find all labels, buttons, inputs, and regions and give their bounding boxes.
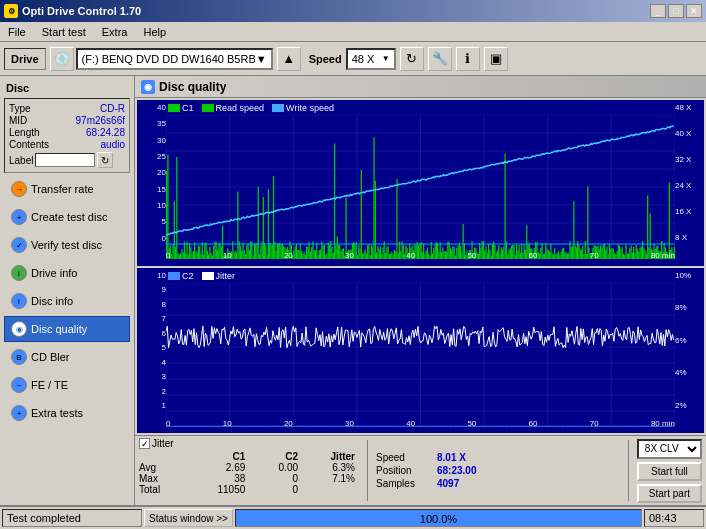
speed-select[interactable]: 8X CLV [637,439,702,459]
fe-te-icon: ~ [11,377,27,393]
c2-legend: C2 Jitter [168,271,235,281]
max-c2: 0 [255,473,308,484]
sidebar-item-disc-quality[interactable]: ◉ Disc quality [4,316,130,342]
start-full-button[interactable]: Start full [637,462,702,481]
jitter-checkbox[interactable]: ✓ [139,438,150,449]
transfer-rate-icon: → [11,181,27,197]
menu-extra[interactable]: Extra [98,25,132,39]
window-button[interactable]: ▣ [484,47,508,71]
title-bar-buttons: _ □ ✕ [650,4,702,18]
progress-text: 100.0% [236,510,641,527]
disc-quality-icon: ◉ [11,321,27,337]
sidebar-item-verify-test-disc[interactable]: ✓ Verify test disc [4,232,130,258]
minimize-button[interactable]: _ [650,4,666,18]
status-completed-text: Test completed [7,512,81,524]
avg-c2: 0.00 [255,462,308,473]
elapsed-time: 08:43 [644,509,704,527]
toolbar: Drive 💿 (F:) BENQ DVD DD DW1640 B5RB ▼ ▲… [0,42,706,76]
maximize-button[interactable]: □ [668,4,684,18]
extra-tests-icon: + [11,405,27,421]
config-button[interactable]: 🔧 [428,47,452,71]
c1-legend-write: Write speed [286,103,334,113]
menu-bar: File Start test Extra Help [0,22,706,42]
jitter-header: Jitter [308,451,359,462]
start-buttons: 8X CLV Start full Start part [637,438,702,503]
speed-stats: Speed 8.01 X Position 68:23.00 Samples 4… [376,438,620,503]
jitter-checkbox-label: Jitter [152,438,174,449]
disc-section-title: Disc [2,80,132,96]
speed-stat-value: 8.01 X [437,452,466,463]
max-c1: 38 [188,473,256,484]
c1-legend-c1: C1 [182,103,194,113]
type-value: CD-R [100,103,125,114]
status-bar: Test completed Status window >> 100.0% 0… [0,505,706,529]
menu-start-test[interactable]: Start test [38,25,90,39]
sidebar-item-create-test-disc[interactable]: + Create test disc [4,204,130,230]
contents-label: Contents [9,139,49,150]
c2-canvas [166,283,675,427]
samples-label: Samples [376,478,431,489]
max-label: Max [139,473,188,484]
main-content: Disc Type CD-R MID 97m26s66f Length 68:2… [0,76,706,505]
sidebar-item-disc-info[interactable]: i Disc info [4,288,130,314]
drive-dropdown[interactable]: (F:) BENQ DVD DD DW1640 B5RB ▼ [76,48,273,70]
speed-stat-label: Speed [376,452,431,463]
mid-label: MID [9,115,27,126]
disc-info-panel: Type CD-R MID 97m26s66f Length 68:24.28 … [4,98,130,173]
c1-legend-read: Read speed [216,103,265,113]
drive-info-icon: i [11,265,27,281]
sidebar-item-transfer-rate[interactable]: → Transfer rate [4,176,130,202]
app-icon: ⚙ [4,4,18,18]
sidebar-item-fe-te[interactable]: ~ FE / TE [4,372,130,398]
sidebar-item-extra-tests[interactable]: + Extra tests [4,400,130,426]
speed-label: Speed [309,53,342,65]
speed-dropdown[interactable]: 48 X ▼ [346,48,396,70]
label-label: Label [9,155,33,166]
close-button[interactable]: ✕ [686,4,702,18]
eject-button[interactable]: ▲ [277,47,301,71]
cd-bler-icon: B [11,349,27,365]
c1-y-axis-left: 4035302520151050 [138,101,166,245]
avg-c1: 2.69 [188,462,256,473]
stats-bar: ✓ Jitter C1 C2 Jitter Avg 2.69 0.00 [135,435,706,505]
position-label: Position [376,465,431,476]
drive-icon-btn[interactable]: 💿 [50,47,74,71]
charts-area: C1 Read speed Write speed 40353025201510… [135,98,706,435]
menu-file[interactable]: File [4,25,30,39]
sidebar-item-cd-bler[interactable]: B CD Bler [4,344,130,370]
c1-canvas [166,115,675,259]
c2-y-axis-left: 10987654321 [138,269,166,413]
disc-info-icon: i [11,293,27,309]
length-label: Length [9,127,40,138]
c2-x-axis: 01020304050607080 min [166,414,675,432]
drive-label: Drive [4,48,46,70]
total-c2: 0 [255,484,308,495]
mid-value: 97m26s66f [76,115,125,126]
sidebar-item-drive-info[interactable]: i Drive info [4,260,130,286]
menu-help[interactable]: Help [139,25,170,39]
sidebar: Disc Type CD-R MID 97m26s66f Length 68:2… [0,76,135,505]
avg-label: Avg [139,462,188,473]
info-button[interactable]: ℹ [456,47,480,71]
panel-title-icon: ◉ [141,80,155,94]
c2-legend-c2: C2 [182,271,194,281]
c1-legend: C1 Read speed Write speed [168,103,334,113]
label-refresh-button[interactable]: ↻ [97,152,113,168]
panel-title: Disc quality [159,80,226,94]
c2-header: C2 [255,451,308,462]
c2-chart: C2 Jitter 10987654321 10%8%6%4%2% 010203… [137,268,704,434]
label-input[interactable] [35,153,95,167]
create-test-icon: + [11,209,27,225]
c1-chart: C1 Read speed Write speed 40353025201510… [137,100,704,266]
total-label: Total [139,484,188,495]
position-value: 68:23.00 [437,465,476,476]
c1-header: C1 [188,451,256,462]
start-part-button[interactable]: Start part [637,484,702,503]
total-c1: 11050 [188,484,256,495]
status-window-button[interactable]: Status window >> [144,509,233,527]
c2-legend-jitter: Jitter [216,271,236,281]
refresh-button[interactable]: ↻ [400,47,424,71]
c1-y-axis-right: 48 X40 X32 X24 X16 X8 X [675,101,703,245]
total-jitter [308,484,359,495]
avg-jitter: 6.3% [308,462,359,473]
